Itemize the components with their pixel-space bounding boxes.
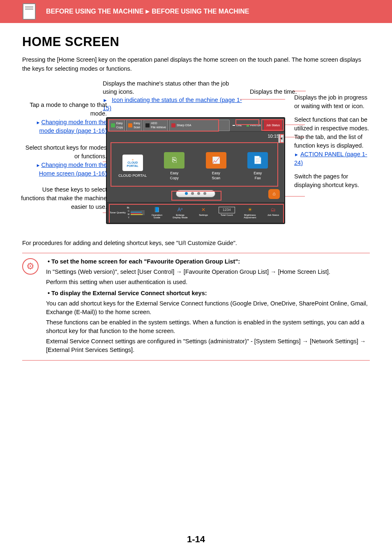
jobstatus-icon: 🗂 bbox=[265, 207, 281, 213]
link-action-panel[interactable]: ACTION PANEL (page 1-24) bbox=[294, 151, 367, 166]
intro-text: Pressing the [Home Screen] key on the op… bbox=[22, 56, 370, 74]
gear-icon: ⚙ bbox=[22, 258, 39, 275]
mode-tab-label: Easy Copy bbox=[116, 121, 123, 130]
toner-quantity: Toner Quantity Bk C M Y bbox=[110, 206, 145, 219]
note-action-panel: Select functions that can be utilized in… bbox=[294, 116, 372, 167]
breadcrumb: BEFORE USING THE MACHINE►BEFORE USING TH… bbox=[46, 7, 249, 16]
settings-callout: ⚙ • To set the home screen for each "Fav… bbox=[22, 253, 370, 361]
status-label: PRINTER bbox=[250, 124, 261, 127]
shortcut-label: Easy Scan bbox=[199, 171, 233, 181]
status-printer: PRINTER bbox=[245, 120, 263, 131]
pager-dot bbox=[197, 192, 200, 195]
note-status-icons: Displays the machine's status other than… bbox=[103, 79, 234, 96]
mode-tab-label: Sharp OSA bbox=[177, 123, 191, 127]
toner-bk: Bk bbox=[127, 206, 129, 209]
breadcrumb-sep: ► bbox=[144, 8, 151, 15]
fn-brightness[interactable]: ☀Brightness Adjustment bbox=[242, 207, 258, 219]
mode-display-bar: Easy Copy Easy Scan HDD File retrieve Sh… bbox=[107, 118, 284, 132]
fn-operation-guide[interactable]: 📘Operation Guide bbox=[149, 207, 165, 219]
shortcut-easy-fax[interactable]: 📄 Easy Fax bbox=[241, 152, 274, 181]
copy-icon bbox=[111, 123, 115, 127]
header-bar: BEFORE USING THE MACHINE►BEFORE USING TH… bbox=[0, 0, 392, 23]
breadcrumb-part-a: BEFORE USING THE MACHINE bbox=[46, 8, 143, 15]
shortcut-label: Easy Fax bbox=[241, 171, 274, 181]
enlarge-icon: Aᵃ bbox=[172, 207, 189, 213]
fn-total-count[interactable]: 1234Total Count bbox=[219, 207, 235, 219]
osa-icon bbox=[171, 123, 175, 127]
fn-settings[interactable]: ✕Settings bbox=[195, 207, 212, 219]
easy-scan-icon: 📈 bbox=[206, 152, 226, 169]
pager-dot bbox=[191, 192, 194, 195]
note-text: Select shortcut keys for modes or functi… bbox=[21, 143, 107, 161]
leader-line bbox=[285, 196, 305, 197]
guide-icon: 📘 bbox=[149, 207, 165, 213]
fn-label: Job Status bbox=[267, 214, 279, 216]
callout-head-1: • To set the home screen for each "Favou… bbox=[48, 258, 240, 265]
shortcut-cloud-portal[interactable]: ≡CLOUD PORTAL CLOUD PORTAL bbox=[116, 155, 150, 178]
link-status-icons-wrap: ► Icon indicating the status of the mach… bbox=[103, 96, 242, 113]
link-changing-mode-home[interactable]: Changing mode from the Home screen (page… bbox=[39, 162, 107, 177]
home-button[interactable]: ⌂ bbox=[268, 189, 280, 199]
toner-c: C bbox=[127, 210, 129, 213]
function-bar: Toner Quantity Bk C M Y 📘Op bbox=[107, 202, 284, 223]
note-fn-keys: Use these keys to select functions that … bbox=[21, 185, 107, 211]
line-icon bbox=[233, 125, 235, 126]
cloud-portal-icon: ≡CLOUD PORTAL bbox=[122, 155, 143, 171]
procedures-text: For procedures for adding and deleting s… bbox=[22, 239, 370, 247]
mode-tab-easy-copy[interactable]: Easy Copy bbox=[109, 120, 125, 131]
count-icon: 1234 bbox=[219, 207, 235, 213]
pager-dot bbox=[185, 192, 188, 195]
job-status-label: Job Status bbox=[266, 123, 280, 127]
easy-copy-icon: ⎘ bbox=[164, 152, 184, 169]
fn-enlarge-display[interactable]: AᵃEnlarge Display Mode bbox=[172, 207, 189, 219]
shortcut-label: CLOUD PORTAL bbox=[116, 173, 150, 178]
note-mode-tap: Tap a mode to change to that mode. Chang… bbox=[21, 101, 107, 135]
mode-tab-easy-scan[interactable]: Easy Scan bbox=[126, 120, 142, 131]
mode-tab-sharp-osa[interactable]: Sharp OSA bbox=[169, 120, 230, 131]
status-line: LINE bbox=[231, 120, 243, 131]
breadcrumb-part-b: BEFORE USING THE MACHINE bbox=[152, 8, 249, 15]
fn-label: Enlarge Display Mode bbox=[173, 214, 187, 219]
note-text: Use these keys to select functions that … bbox=[21, 185, 107, 211]
shortcut-key-area: ≡CLOUD PORTAL CLOUD PORTAL ⎘ Easy Copy 📈… bbox=[112, 144, 278, 189]
shortcut-easy-scan[interactable]: 📈 Easy Scan bbox=[199, 152, 233, 181]
note-text: Select functions that can be utilized in… bbox=[294, 116, 369, 149]
fn-label: Total Count bbox=[221, 214, 233, 216]
page-number: 1-14 bbox=[0, 533, 392, 555]
cloud-portal-icon-label: CLOUD PORTAL bbox=[122, 161, 143, 167]
fn-job-status[interactable]: 🗂Job Status bbox=[265, 207, 281, 219]
link-status-icons[interactable]: Icon indicating the status of the machin… bbox=[103, 97, 242, 111]
note-job-status: Displays the job in progress or waiting … bbox=[294, 93, 372, 111]
mode-tab-label: HDD File retrieve bbox=[151, 121, 166, 130]
page-indicator[interactable] bbox=[176, 190, 215, 197]
settings-icon: ✕ bbox=[195, 207, 212, 213]
note-time: Displays the time. bbox=[250, 88, 297, 96]
note-shortcut: Select shortcut keys for modes or functi… bbox=[21, 143, 107, 178]
action-panel-tab[interactable]: ◀ bbox=[278, 134, 284, 143]
callout-head-2: • To display the External Service Connec… bbox=[48, 290, 207, 296]
callout-body-2a: You can add shortcut keys for the Extern… bbox=[46, 299, 370, 317]
easy-fax-icon: 📄 bbox=[247, 152, 268, 169]
toner-y: Y bbox=[127, 216, 129, 219]
leader-line bbox=[240, 99, 285, 99]
callout-body-2c: External Service Connect settings are co… bbox=[46, 337, 370, 354]
note-text: Tap a mode to change to that mode. bbox=[21, 101, 107, 118]
job-status-button[interactable]: Job Status bbox=[264, 120, 282, 131]
callout-body-2b: These functions can be enabled in the sy… bbox=[46, 318, 370, 335]
mode-tab-hdd-retrieve[interactable]: HDD File retrieve bbox=[143, 120, 168, 131]
link-changing-mode-display[interactable]: Changing mode from the mode display (pag… bbox=[39, 119, 107, 134]
machine-icon bbox=[23, 3, 36, 20]
pager-dot bbox=[203, 192, 206, 195]
clock-display: 10:15 bbox=[267, 133, 279, 139]
hdd-icon bbox=[145, 123, 150, 127]
fn-label: Brightness Adjustment bbox=[244, 214, 256, 219]
callout-body-1a: In "Settings (Web version)", select [Use… bbox=[46, 268, 370, 276]
callout-body-1b: Perform this setting when user authentic… bbox=[46, 278, 370, 287]
shortcut-easy-copy[interactable]: ⎘ Easy Copy bbox=[157, 152, 191, 181]
scan-icon bbox=[128, 123, 132, 127]
page-title: HOME SCREEN bbox=[22, 33, 370, 51]
toner-m: M bbox=[127, 213, 129, 216]
touch-panel: Easy Copy Easy Scan HDD File retrieve Sh… bbox=[106, 117, 285, 224]
fn-label: Operation Guide bbox=[152, 214, 162, 219]
status-label: LINE bbox=[236, 124, 242, 127]
